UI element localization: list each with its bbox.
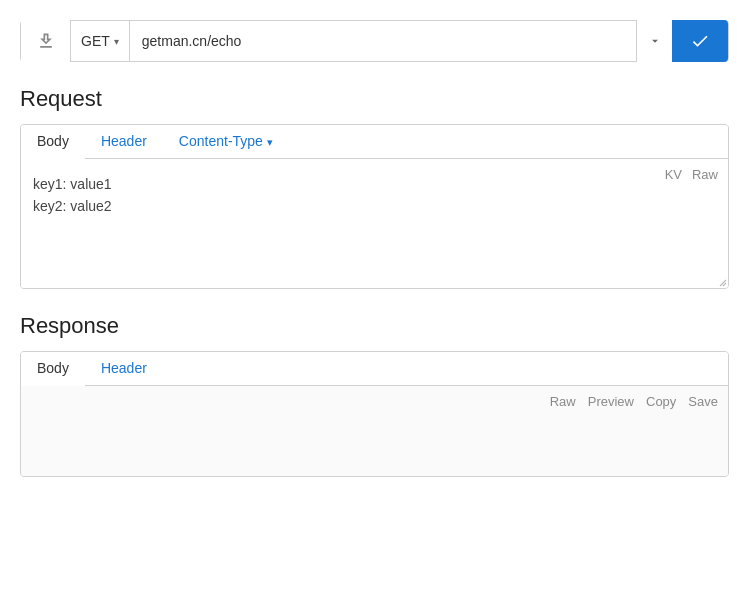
response-preview-button[interactable]: Preview <box>588 394 634 409</box>
method-selector[interactable]: GET ▾ <box>71 20 130 62</box>
checkmark-icon <box>690 31 710 51</box>
request-body-content: KV Raw key1: value1 key2: value2 <box>21 159 728 288</box>
request-tabs-container: Body Header Content-Type KV Raw key1: va… <box>20 124 729 289</box>
chevron-down-icon <box>648 34 662 48</box>
request-body-text: key1: value1 key2: value2 <box>33 169 716 218</box>
response-toolbar: Raw Preview Copy Save <box>550 394 718 409</box>
request-body-toolbar: KV Raw <box>665 167 718 182</box>
request-tab-body[interactable]: Body <box>21 125 85 159</box>
response-title: Response <box>20 313 729 339</box>
upload-icon <box>36 31 56 51</box>
request-section: Request Body Header Content-Type KV Raw … <box>20 86 729 289</box>
request-tabs-header: Body Header Content-Type <box>21 125 728 159</box>
response-tabs-container: Body Header Raw Preview Copy Save <box>20 351 729 477</box>
response-copy-button[interactable]: Copy <box>646 394 676 409</box>
method-arrow: ▾ <box>114 36 119 47</box>
response-body-content: Raw Preview Copy Save <box>21 386 728 476</box>
method-label: GET <box>81 33 110 49</box>
response-section: Response Body Header Raw Preview Copy Sa… <box>20 313 729 477</box>
resize-handle[interactable] <box>714 274 728 288</box>
raw-button[interactable]: Raw <box>692 167 718 182</box>
request-title: Request <box>20 86 729 112</box>
response-tabs-header: Body Header <box>21 352 728 386</box>
upload-button[interactable] <box>21 20 71 62</box>
response-save-button[interactable]: Save <box>688 394 718 409</box>
url-input[interactable] <box>130 21 636 61</box>
url-bar: GET ▾ <box>20 20 729 62</box>
resize-icon <box>718 278 728 288</box>
request-tab-content-type[interactable]: Content-Type <box>163 125 289 158</box>
response-raw-button[interactable]: Raw <box>550 394 576 409</box>
url-dropdown-button[interactable] <box>636 20 672 62</box>
request-tab-header[interactable]: Header <box>85 125 163 158</box>
send-button[interactable] <box>672 20 728 62</box>
response-tab-header[interactable]: Header <box>85 352 163 385</box>
kv-button[interactable]: KV <box>665 167 682 182</box>
response-tab-body[interactable]: Body <box>21 352 85 386</box>
